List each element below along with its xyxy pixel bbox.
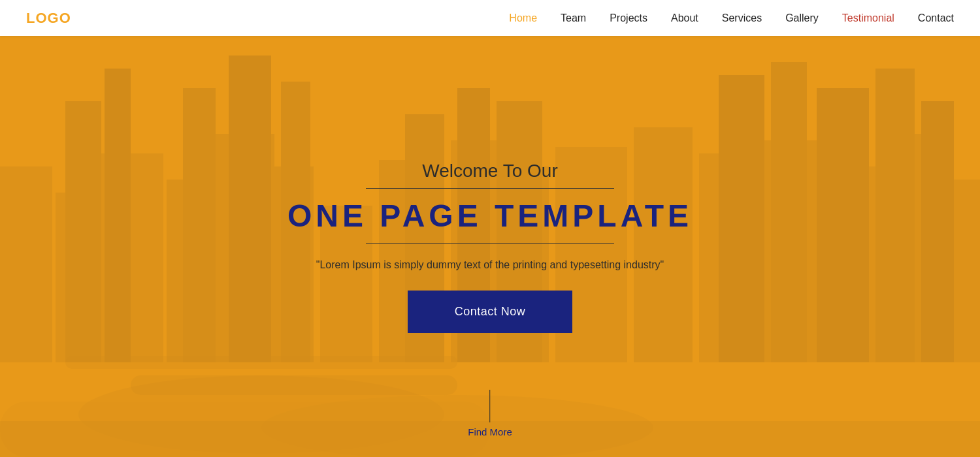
- nav-item-home[interactable]: Home: [509, 12, 537, 24]
- hero-welcome-text: Welcome To Our: [422, 161, 557, 181]
- find-more-section[interactable]: Find More: [468, 390, 512, 437]
- svg-rect-34: [131, 375, 457, 395]
- nav-item-testimonial[interactable]: Testimonial: [842, 12, 894, 24]
- nav-link-services[interactable]: Services: [722, 12, 762, 24]
- svg-rect-25: [817, 88, 869, 362]
- hero-subtitle: "Lorem Ipsum is simply dummy text of the…: [316, 259, 664, 271]
- svg-rect-20: [183, 88, 216, 362]
- nav-links: Home Team Projects About Services Galler…: [509, 12, 954, 24]
- logo[interactable]: LOGO: [26, 10, 71, 27]
- svg-rect-27: [921, 101, 954, 362]
- svg-rect-18: [65, 101, 101, 362]
- hero-divider-top: [366, 188, 614, 189]
- svg-rect-26: [875, 69, 915, 362]
- svg-rect-23: [719, 75, 764, 362]
- nav-item-gallery[interactable]: Gallery: [785, 12, 819, 24]
- svg-rect-35: [65, 356, 457, 369]
- nav-link-home[interactable]: Home: [509, 12, 537, 24]
- nav-item-team[interactable]: Team: [561, 12, 586, 24]
- svg-rect-24: [771, 62, 807, 362]
- svg-rect-1: [0, 166, 52, 362]
- nav-item-contact[interactable]: Contact: [918, 12, 954, 24]
- nav-item-projects[interactable]: Projects: [610, 12, 647, 24]
- svg-rect-19: [105, 69, 131, 362]
- nav-link-contact[interactable]: Contact: [918, 12, 954, 24]
- find-more-line: [490, 390, 491, 422]
- navbar: LOGO Home Team Projects About Services G…: [0, 0, 980, 36]
- nav-link-testimonial[interactable]: Testimonial: [842, 12, 894, 24]
- nav-item-about[interactable]: About: [671, 12, 698, 24]
- nav-link-about[interactable]: About: [671, 12, 698, 24]
- contact-now-button[interactable]: Contact Now: [408, 291, 573, 333]
- hero-content: Welcome To Our ONE PAGE TEMPLATE "Lorem …: [287, 161, 693, 333]
- nav-item-services[interactable]: Services: [722, 12, 762, 24]
- nav-link-team[interactable]: Team: [561, 12, 586, 24]
- hero-section: Welcome To Our ONE PAGE TEMPLATE "Lorem …: [0, 36, 980, 457]
- find-more-label[interactable]: Find More: [468, 426, 512, 437]
- svg-rect-21: [229, 55, 271, 362]
- hero-divider-bottom: [366, 243, 614, 244]
- hero-title: ONE PAGE TEMPLATE: [287, 198, 693, 234]
- nav-link-gallery[interactable]: Gallery: [785, 12, 819, 24]
- nav-link-projects[interactable]: Projects: [610, 12, 647, 24]
